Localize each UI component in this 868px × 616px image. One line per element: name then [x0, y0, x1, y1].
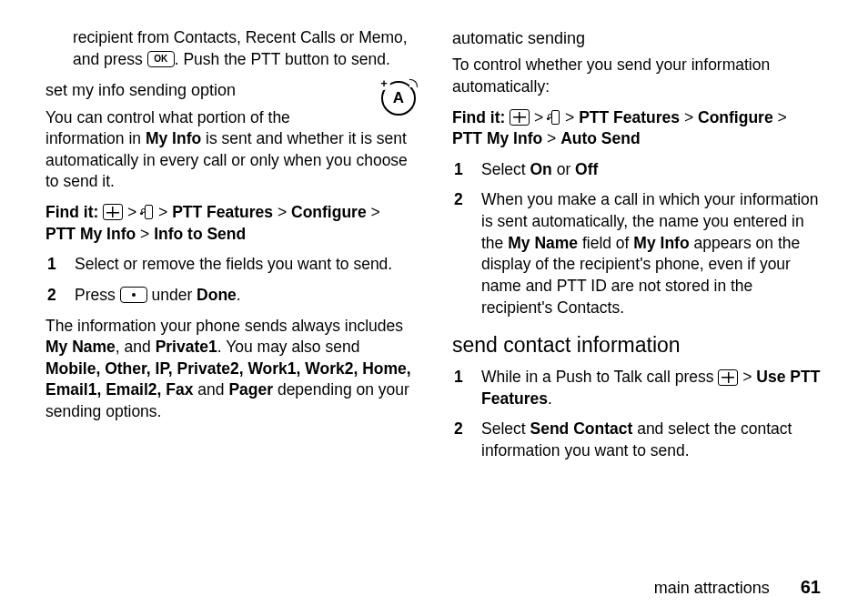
text: or: [552, 160, 575, 178]
text-bold: Off: [575, 160, 598, 178]
step-item: 2 When you make a call in which your inf…: [452, 189, 823, 318]
text: Press: [75, 286, 120, 304]
text-bold: Send Contact: [530, 419, 633, 438]
softkey-icon: [120, 287, 147, 303]
text: .: [548, 389, 552, 408]
find-it-path: Find it: > > PTT Features > Configure > …: [45, 202, 416, 245]
separator: >: [278, 203, 287, 221]
step-item: 1 While in a Push to Talk call press > U…: [452, 367, 823, 409]
text: and: [193, 380, 228, 399]
separator: >: [565, 108, 574, 126]
subheading-automatic-sending: automatic sending: [452, 27, 823, 49]
text: . Push the PTT button to send.: [175, 50, 390, 68]
step-body: Select On or Off: [481, 159, 823, 181]
nav-item: Configure: [291, 203, 367, 221]
step-body: Press under Done.: [75, 285, 416, 307]
step-number: 2: [452, 189, 481, 318]
step-item: 1 Select On or Off: [452, 159, 823, 181]
text-bold: My Name: [45, 338, 116, 356]
left-column: recipient from Contacts, Recent Calls or…: [45, 27, 416, 568]
subheading-set-my-info: A set my info sending option: [45, 79, 416, 101]
step-item: 1 Select or remove the fields you want t…: [45, 254, 416, 276]
text-bold: Done: [197, 286, 237, 304]
menu-key-icon: [510, 109, 530, 126]
steps-list: 1 Select On or Off 2 When you make a cal…: [452, 159, 823, 318]
nav-item: PTT Features: [579, 108, 680, 126]
separator: >: [534, 108, 543, 126]
step-body: Select Send Contact and select the conta…: [481, 419, 823, 461]
ptt-icon: [141, 204, 154, 220]
page-footer: main attractions 61: [45, 577, 823, 598]
right-column: automatic sending To control whether you…: [452, 27, 823, 568]
nav-item: PTT Features: [172, 203, 273, 221]
step-item: 2 Select Send Contact and select the con…: [452, 419, 823, 461]
steps-list: 1 Select or remove the fields you want t…: [45, 254, 416, 306]
find-it-path: Find it: > > PTT Features > Configure > …: [452, 107, 823, 150]
text-bold: Pager: [228, 380, 273, 399]
text: The information your phone sends always …: [45, 317, 403, 335]
step-number: 1: [45, 254, 75, 276]
step-body: Select or remove the fields you want to …: [75, 254, 416, 276]
text: , and: [116, 338, 156, 356]
paragraph: The information your phone sends always …: [45, 316, 416, 423]
step-number: 2: [452, 419, 481, 461]
ok-key-icon: OK: [147, 51, 175, 67]
separator: >: [140, 225, 149, 243]
continued-paragraph: recipient from Contacts, Recent Calls or…: [45, 27, 416, 70]
text: While in a Push to Talk call press: [481, 368, 718, 386]
columns: recipient from Contacts, Recent Calls or…: [45, 27, 823, 568]
steps-list: 1 While in a Push to Talk call press > U…: [452, 367, 823, 462]
step-number: 1: [452, 159, 481, 181]
text: field of: [578, 234, 633, 252]
step-item: 2 Press under Done.: [45, 285, 416, 307]
step-body: When you make a call in which your infor…: [481, 189, 823, 318]
text: Select: [481, 160, 530, 178]
text: >: [738, 368, 756, 386]
manual-page: recipient from Contacts, Recent Calls or…: [0, 0, 868, 616]
menu-key-icon: [718, 369, 738, 386]
text-bold: My Info: [633, 234, 689, 252]
paragraph: You can control what portion of the info…: [45, 107, 416, 194]
text: . You may also send: [217, 338, 360, 356]
text-bold: On: [530, 160, 552, 178]
nav-item: PTT My Info: [452, 129, 542, 147]
paragraph: To control whether you send your informa…: [452, 55, 823, 97]
step-number: 2: [45, 285, 75, 307]
text-bold: Private1: [156, 338, 217, 356]
section-heading-send-contact: send contact information: [452, 331, 823, 359]
separator: >: [684, 108, 693, 126]
ptt-icon: [548, 109, 560, 126]
text-bold: My Info: [146, 129, 201, 147]
text: Select: [481, 419, 530, 438]
step-body: While in a Push to Talk call press > Use…: [481, 367, 823, 409]
footer-section-label: main attractions: [654, 579, 770, 598]
separator: >: [158, 203, 167, 221]
text: .: [237, 286, 241, 304]
separator: >: [778, 108, 787, 126]
separator: >: [547, 129, 556, 147]
text: under: [147, 286, 197, 304]
heading-text: set my info sending option: [45, 81, 236, 99]
step-number: 1: [452, 367, 481, 409]
menu-key-icon: [103, 204, 123, 220]
nav-item: Auto Send: [560, 129, 641, 147]
nav-item: Configure: [698, 108, 773, 126]
find-it-label: Find it:: [452, 108, 505, 126]
page-number: 61: [801, 577, 821, 598]
find-it-label: Find it:: [45, 203, 98, 221]
text-bold: My Name: [508, 234, 578, 252]
nav-item: PTT My Info: [45, 225, 136, 243]
separator: >: [371, 203, 380, 221]
nav-item: Info to Send: [154, 225, 246, 243]
person-plus-icon: A: [381, 81, 416, 116]
separator: >: [127, 203, 136, 221]
